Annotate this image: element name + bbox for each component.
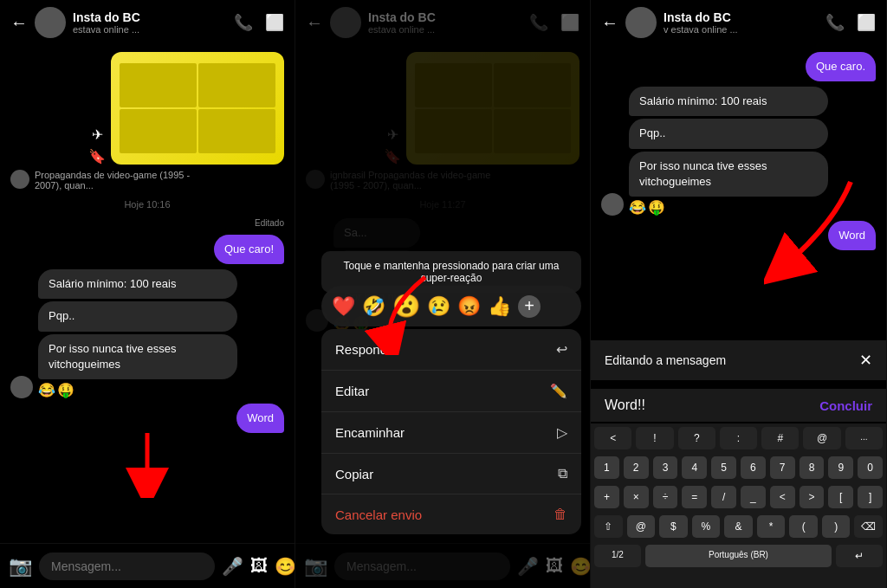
kb-more[interactable]: ... <box>845 427 883 449</box>
reaction-sad[interactable]: 😢 <box>427 295 450 318</box>
kb-slash[interactable]: / <box>711 486 736 508</box>
kb-7[interactable]: 7 <box>770 456 795 479</box>
header-info-3: Insta do BC v estava online ... <box>664 10 819 35</box>
kb-amp[interactable]: & <box>724 515 753 538</box>
contact-status: estava online ... <box>73 24 227 35</box>
video-icon[interactable]: ⬜ <box>265 13 284 32</box>
sticker-icon[interactable]: 😊 <box>275 556 295 577</box>
emoji-wow-p3: 🤑 <box>648 199 665 216</box>
kb-div[interactable]: ÷ <box>653 486 678 508</box>
kb-dol[interactable]: $ <box>659 515 688 538</box>
kb-at2[interactable]: @ <box>627 515 656 538</box>
phone-icon-3[interactable]: 📞 <box>825 13 845 32</box>
edit-input-row: Word!! Concluir <box>591 389 886 422</box>
kb-times[interactable]: × <box>624 486 649 508</box>
msg-que-caro-p3: Que caro. <box>601 52 876 81</box>
contact-status-3: v estava online ... <box>664 24 819 35</box>
kb-gt[interactable]: > <box>800 486 825 508</box>
edit-title: Editando a mensagem <box>605 353 726 367</box>
context-cancel[interactable]: Cancelar envio 🗑 <box>321 494 581 534</box>
kb-eq[interactable]: = <box>682 486 707 508</box>
reaction-bar[interactable]: ❤️ 🤣 😮 😢 😡 👍 + <box>321 286 581 326</box>
kb-lt2[interactable]: < <box>770 486 795 508</box>
edited-label1: Editado <box>10 218 284 228</box>
shared-image-msg: ✈ 🔖 <box>10 52 284 165</box>
header-actions-3: 📞 ⬜ <box>825 13 876 32</box>
received-avatar <box>10 376 33 398</box>
msg-salario-row: Salário mínimo: 100 reais Pqp.. Por isso… <box>10 269 284 398</box>
panel-2: ← Insta do BC estava online ... 📞 ⬜ ✈ 🔖 <box>295 0 591 588</box>
kb-half[interactable]: 1/2 <box>594 545 641 567</box>
kb-6[interactable]: 6 <box>741 456 766 479</box>
emoji-reactions-p3: 😂 🤑 <box>629 199 828 216</box>
reaction-wow[interactable]: 😮 <box>392 293 420 320</box>
context-menu: Responder ↩ Editar ✏️ Encaminhar ▷ Copia… <box>321 329 581 534</box>
avatar <box>35 7 66 38</box>
kb-8[interactable]: 8 <box>800 456 825 479</box>
reaction-more[interactable]: + <box>518 295 541 318</box>
kb-lt[interactable]: < <box>594 427 631 449</box>
emoji-wow: 🤑 <box>57 382 74 398</box>
kb-rpar[interactable]: ) <box>822 515 851 538</box>
edit-label: Editar <box>335 384 369 398</box>
kb-row-nums: 1 2 3 4 5 6 7 8 9 0 <box>591 453 886 482</box>
video-icon-3[interactable]: ⬜ <box>857 13 876 32</box>
back-button[interactable]: ← <box>10 13 28 33</box>
bubble-vitcho: Por isso nunca tive esses vitchogueimes <box>38 334 237 379</box>
bottom-bar-1: 📷 🎤 🖼 😊 <box>0 543 295 588</box>
kb-row-spec: ⇧ @ $ % & * ( ) ⌫ <box>591 512 886 541</box>
kb-excl[interactable]: ! <box>636 427 673 449</box>
edit-input-value[interactable]: Word!! <box>605 397 645 413</box>
reaction-laugh[interactable]: 🤣 <box>362 295 385 318</box>
camera-icon[interactable]: 📷 <box>9 555 32 578</box>
bubble-que-caro: Que caro! <box>214 235 284 264</box>
phone-icon[interactable]: 📞 <box>234 13 253 32</box>
gallery-icon[interactable]: 🖼 <box>250 556 268 576</box>
send-icon[interactable]: ✈ <box>92 126 103 143</box>
edit-confirm-button[interactable]: Concluir <box>819 398 872 413</box>
context-copy[interactable]: Copiar ⧉ <box>321 454 581 494</box>
kb-5[interactable]: 5 <box>711 456 736 479</box>
bubble-que-caro-p3: Que caro. <box>806 52 876 81</box>
kb-hash[interactable]: # <box>761 427 799 449</box>
avatar-3 <box>625 7 657 38</box>
edit-close-button[interactable]: ✕ <box>859 351 872 370</box>
kb-3[interactable]: 3 <box>653 456 678 479</box>
reaction-angry[interactable]: 😡 <box>457 295 481 318</box>
kb-lbr[interactable]: [ <box>828 486 853 508</box>
bookmark-icon[interactable]: 🔖 <box>88 148 106 165</box>
reaction-heart[interactable]: ❤️ <box>332 295 355 318</box>
kb-pct[interactable]: % <box>692 515 721 538</box>
kb-9[interactable]: 9 <box>828 456 853 479</box>
copy-label: Copiar <box>335 467 373 481</box>
kb-plus[interactable]: + <box>594 486 619 508</box>
kb-lpar[interactable]: ( <box>789 515 818 538</box>
kb-at[interactable]: @ <box>803 427 840 449</box>
kb-2[interactable]: 2 <box>624 456 649 479</box>
context-reply[interactable]: Responder ↩ <box>321 329 581 371</box>
header-panel1: ← Insta do BC estava online ... 📞 ⬜ <box>0 0 295 45</box>
kb-space-pt[interactable]: Português (BR) <box>645 545 832 567</box>
kb-colon[interactable]: : <box>720 427 757 449</box>
back-button-3[interactable]: ← <box>601 13 618 33</box>
mic-icon[interactable]: 🎤 <box>222 556 243 577</box>
reaction-thumbs[interactable]: 👍 <box>488 295 511 318</box>
kb-0[interactable]: 0 <box>858 456 883 479</box>
context-edit[interactable]: Editar ✏️ <box>321 371 581 412</box>
kb-enter[interactable]: ↵ <box>836 545 883 567</box>
kb-shift[interactable]: ⇧ <box>594 515 623 538</box>
kb-1[interactable]: 1 <box>594 456 619 479</box>
message-input[interactable] <box>39 552 215 580</box>
kb-rbr[interactable]: ] <box>858 486 883 508</box>
cancel-label: Cancelar envio <box>335 507 422 522</box>
kb-4[interactable]: 4 <box>682 456 707 479</box>
trash-icon: 🗑 <box>554 507 567 522</box>
kb-backspace[interactable]: ⌫ <box>854 515 883 538</box>
reply-icon: ↩ <box>556 341 567 358</box>
kb-ast[interactable]: * <box>757 515 786 538</box>
context-forward[interactable]: Encaminhar ▷ <box>321 412 581 454</box>
timestamp1: Hoje 10:16 <box>10 199 284 210</box>
kb-quest[interactable]: ? <box>678 427 715 449</box>
kb-under[interactable]: _ <box>741 486 766 508</box>
received-bubble-group: Salário mínimo: 100 reais Pqp.. Por isso… <box>38 269 237 398</box>
